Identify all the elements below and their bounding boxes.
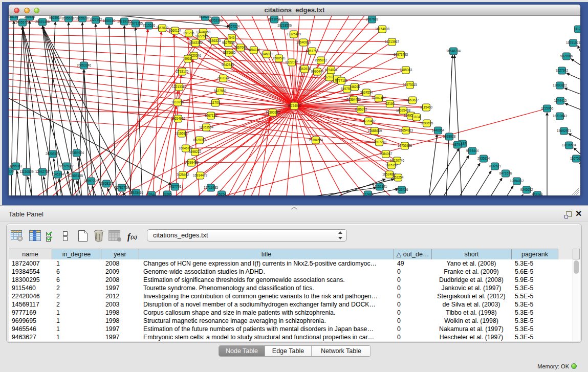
svg-text:(x): (x) bbox=[130, 234, 137, 240]
